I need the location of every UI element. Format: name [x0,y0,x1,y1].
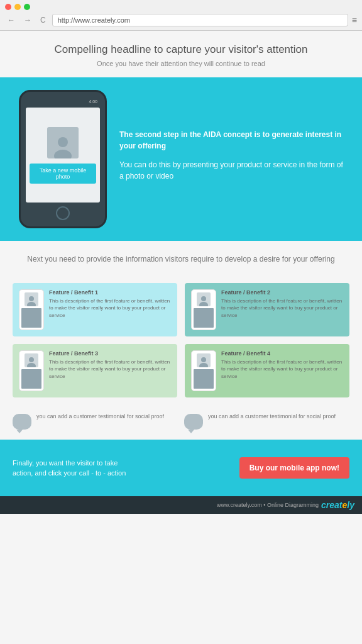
svg-point-7 [27,363,36,367]
feature-card-2: Feature / Benefit 2 This is description … [185,283,349,336]
testimonials-section: you can add a customer testimonial for s… [0,408,362,440]
address-bar[interactable]: http://www.creately.com [52,14,348,26]
phone-mockup: 4:00 Take a new mobile photo [19,90,107,228]
refresh-button[interactable]: C [38,14,48,26]
feature-title-4: Feature / Benefit 4 [221,350,343,357]
hero-text: The second step in the AIDA concept is t… [119,129,343,189]
feature-phone-4 [191,350,216,391]
svg-point-2 [29,296,34,301]
feature-info-3: Feature / Benefit 3 This is description … [49,350,171,380]
svg-point-0 [58,137,68,147]
feat-avatar-3 [25,353,38,367]
feature-title-1: Feature / Benefit 1 [49,289,171,296]
cta-button[interactable]: Buy our mobile app now! [239,457,349,479]
svg-point-9 [199,363,208,367]
svg-point-8 [201,357,206,362]
svg-point-6 [29,357,34,362]
feat-avatar-1 [25,292,38,306]
feature-phone-2 [191,289,216,330]
feature-title-2: Feature / Benefit 2 [221,289,343,296]
feature-desc-1: This is description of the first feature… [49,297,171,319]
testimonial-1: you can add a customer testimonial for s… [13,413,178,430]
minimize-icon[interactable] [14,4,21,10]
speech-bubble-icon-2 [184,414,203,430]
speech-bubble-icon-1 [13,414,31,430]
feature-title-3: Feature / Benefit 3 [49,350,171,357]
phone-home-button[interactable] [56,206,70,220]
feature-card-4: Feature / Benefit 4 This is description … [185,344,349,397]
feat-avatar-2 [197,292,211,306]
brand-footer: www.creately.com • Online Diagramming cr… [0,496,362,514]
feat-keyboard-2 [194,308,214,328]
feat-keyboard-4 [194,369,214,389]
brand-logo: creately [321,500,354,510]
cta-left-text: Finally, you want the visitor to take ac… [13,458,138,479]
browser-menu-button[interactable]: ≡ [352,15,357,25]
browser-chrome: ← → C http://www.creately.com ≡ [0,0,362,31]
phone-screen: Take a new mobile photo [26,108,100,203]
phone-cta-button[interactable]: Take a new mobile photo [30,164,96,184]
hero-text-2: You can do this by presenting your produ… [119,159,343,182]
svg-point-3 [27,302,36,306]
browser-nav: ← → C http://www.creately.com ≡ [5,14,357,26]
back-button[interactable]: ← [5,14,18,26]
feature-info-4: Feature / Benefit 4 This is description … [221,350,343,380]
features-grid: Feature / Benefit 1 This is description … [0,278,362,408]
hero-text-1: The second step in the AIDA concept is t… [119,129,343,152]
feature-phone-3 [19,350,44,391]
svg-point-1 [54,150,72,158]
hero-section: 4:00 Take a new mobile photo The second … [0,77,362,241]
feature-desc-2: This is description of the first feature… [221,297,343,319]
phone-time: 4:00 [89,99,97,104]
header-section: Compelling headline to capture your visi… [0,31,362,77]
svg-point-5 [199,302,208,306]
desire-text: Next you need to provide the information… [25,253,337,265]
feature-info-1: Feature / Benefit 1 This is description … [49,289,171,319]
feature-card-1: Feature / Benefit 1 This is description … [13,283,177,336]
testimonial-text-2: you can add a customer testimonial for s… [208,413,336,421]
cta-footer: Finally, you want the visitor to take ac… [0,440,362,496]
brand-footer-text: www.creately.com • Online Diagramming [217,502,319,508]
svg-point-4 [201,296,206,301]
feat-keyboard-3 [21,369,41,389]
feature-phone-1 [19,289,44,330]
feature-card-3: Feature / Benefit 3 This is description … [13,344,177,397]
desire-section: Next you need to provide the information… [0,241,362,278]
testimonial-text-1: you can add a customer testimonial for s… [36,413,164,421]
phone-status-bar: 4:00 [26,99,100,104]
feat-avatar-4 [197,353,211,367]
phone-avatar [47,127,79,158]
main-headline: Compelling headline to capture your visi… [19,43,343,56]
close-icon[interactable] [5,4,11,10]
sub-headline: Once you have their attention they will … [19,60,343,67]
feature-desc-3: This is description of the first feature… [49,358,171,380]
feature-info-2: Feature / Benefit 2 This is description … [221,289,343,319]
testimonial-2: you can add a customer testimonial for s… [184,413,349,430]
maximize-icon[interactable] [24,4,30,10]
feature-desc-4: This is description of the first feature… [221,358,343,380]
feat-keyboard-1 [21,308,41,328]
forward-button[interactable]: → [21,14,34,26]
traffic-lights [5,4,357,10]
page-content: Compelling headline to capture your visi… [0,31,362,644]
